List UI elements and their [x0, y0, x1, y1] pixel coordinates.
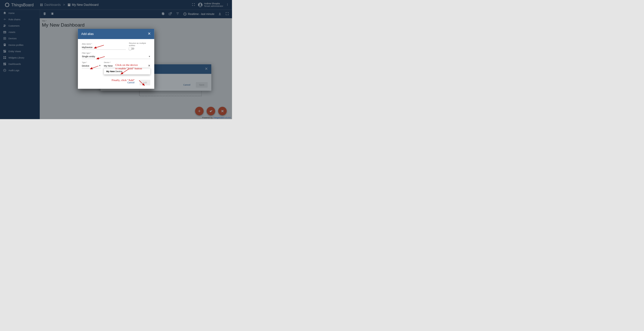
filter-type-select[interactable]: Single entity	[82, 54, 150, 59]
resolve-multiple-label: Resolve as multiple entities	[129, 42, 150, 47]
svg-line-41	[90, 66, 98, 69]
svg-line-39	[94, 45, 104, 48]
svg-line-40	[97, 56, 105, 59]
add-alias-title: Add alias	[81, 32, 94, 36]
annotation-finally-click: Finally, click "Add"	[112, 78, 135, 82]
annotation-click-device: Click on the deviceto enable "Add" butto…	[115, 63, 142, 70]
type-label: Type *	[82, 61, 101, 63]
close-add-alias-button[interactable]	[148, 32, 151, 36]
filter-type-label: Filter type *	[82, 52, 150, 54]
clear-input-icon[interactable]: ✕	[148, 64, 150, 67]
resolve-multiple-toggle[interactable]	[129, 48, 134, 50]
svg-line-43	[139, 80, 145, 85]
